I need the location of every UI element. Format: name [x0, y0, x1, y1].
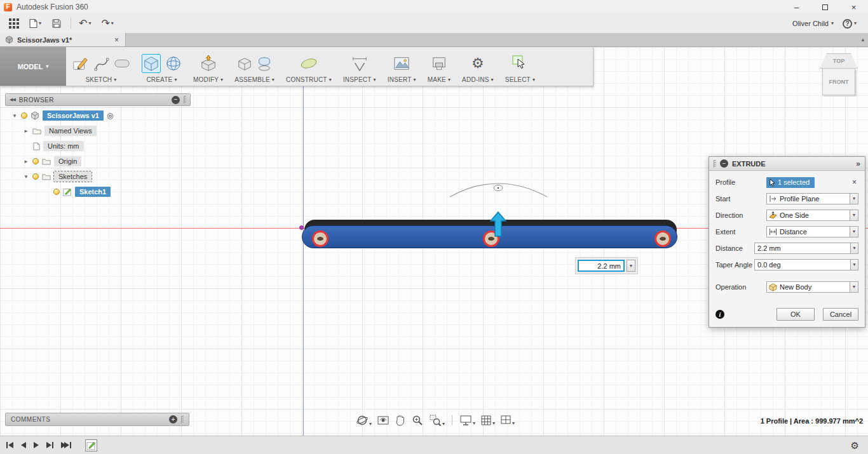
dialog-collapse-button[interactable]: −: [720, 159, 728, 168]
view-cube[interactable]: TOP FRONT: [818, 53, 859, 95]
ribbon-tab-modify[interactable]: MODIFY▾: [193, 76, 223, 83]
distance-input-caret[interactable]: ▾: [850, 243, 858, 254]
comments-bar[interactable]: COMMENTS +: [5, 413, 189, 426]
sketch-spline-button[interactable]: [94, 55, 109, 72]
direction-dropdown[interactable]: One Side ▾: [766, 210, 858, 221]
named-views-expander-icon[interactable]: ▸: [23, 128, 29, 134]
timeline-settings-gear-icon[interactable]: ⚙: [851, 441, 859, 450]
root-item-label[interactable]: ScissorJaws v1: [43, 110, 104, 121]
ok-button[interactable]: OK: [776, 308, 815, 321]
sketches-label[interactable]: Sketches: [54, 171, 92, 182]
origin-label[interactable]: Origin: [54, 156, 81, 166]
app-grid-button[interactable]: [6, 17, 22, 30]
press-pull-button[interactable]: [200, 54, 217, 73]
joint-button[interactable]: [257, 55, 272, 72]
units-label[interactable]: Units: mm: [43, 141, 84, 151]
extent-dropdown[interactable]: Distance ▾: [766, 226, 858, 237]
insert-image-button[interactable]: [393, 56, 410, 71]
ribbon-tab-make[interactable]: MAKE▾: [428, 76, 451, 83]
tree-row-sketch1[interactable]: Sketch1: [5, 184, 191, 199]
viewcube-front-face[interactable]: FRONT: [822, 69, 855, 95]
tab-scroll-up-button[interactable]: ▲: [858, 33, 868, 46]
sketch1-visibility-bulb[interactable]: [53, 189, 60, 195]
root-visibility-bulb[interactable]: [21, 112, 27, 119]
profile-selection-chip[interactable]: 1 selected: [766, 177, 815, 188]
comments-drag-grip[interactable]: [181, 416, 184, 424]
named-views-label[interactable]: Named Views: [44, 126, 97, 136]
extrude-dialog-header[interactable]: − EXTRUDE »: [709, 157, 865, 171]
viewport-layout-button[interactable]: ▾: [499, 414, 516, 427]
ribbon-tab-inspect[interactable]: INSPECT▾: [343, 76, 376, 83]
file-menu-button[interactable]: ▾: [27, 17, 44, 30]
start-dropdown[interactable]: Profile Plane ▾: [766, 193, 858, 204]
profile-clear-icon[interactable]: ×: [850, 178, 858, 187]
timeline-play-button[interactable]: [34, 442, 39, 448]
redo-button[interactable]: ↷ ▾: [98, 17, 116, 30]
undo-button[interactable]: ↶ ▾: [76, 17, 93, 30]
minimize-button[interactable]: –: [782, 0, 811, 14]
addins-button[interactable]: ⚙: [471, 57, 484, 70]
ribbon-tab-addins[interactable]: ADD-INS▾: [462, 76, 494, 83]
orbit-button[interactable]: ▾: [355, 413, 373, 427]
maximize-button[interactable]: [811, 0, 839, 14]
select-button[interactable]: [512, 55, 528, 72]
comments-expand-button[interactable]: +: [169, 415, 177, 424]
distance-manipulator-caret[interactable]: ▾: [627, 260, 635, 272]
distance-manipulator-input[interactable]: [578, 260, 625, 272]
tree-row-units[interactable]: Units: mm: [5, 138, 191, 154]
extrude-button-active[interactable]: [142, 54, 161, 73]
tree-row-origin[interactable]: ▸ Origin: [5, 154, 191, 169]
browser-collapse-icon[interactable]: ◀◀: [10, 97, 15, 102]
help-menu-button[interactable]: ? ▾: [843, 19, 857, 29]
viewport-canvas[interactable]: ▾ TOP FRONT ◀◀ BROWSER − ▾ Sci: [0, 47, 868, 436]
timeline-end-button[interactable]: [61, 442, 71, 448]
user-account-menu[interactable]: Oliver Child ▾: [792, 20, 834, 27]
dialog-drag-grip[interactable]: [714, 160, 716, 168]
browser-minimize-button[interactable]: −: [172, 96, 180, 104]
display-settings-button[interactable]: ▾: [458, 414, 477, 427]
create-sketch-button[interactable]: [72, 55, 90, 72]
activate-component-icon[interactable]: ◎: [107, 111, 113, 120]
origin-expander-icon[interactable]: ▸: [23, 158, 29, 164]
distance-input[interactable]: [754, 243, 850, 254]
construction-plane-button[interactable]: [299, 55, 318, 72]
zoom-window-button[interactable]: ▾: [428, 413, 446, 427]
sketch1-label[interactable]: Sketch1: [75, 187, 111, 197]
pan-button[interactable]: [393, 413, 407, 427]
dialog-dock-icon[interactable]: »: [856, 159, 860, 168]
tree-row-named-views[interactable]: ▸ Named Views: [5, 123, 191, 138]
ribbon-tab-assemble[interactable]: ASSEMBLE▾: [234, 76, 275, 83]
look-at-button[interactable]: [376, 413, 391, 427]
measure-button[interactable]: [351, 55, 368, 72]
sketch-slot-button[interactable]: [114, 55, 130, 72]
close-button[interactable]: ×: [839, 0, 868, 14]
sketches-visibility-bulb[interactable]: [32, 173, 39, 180]
browser-panel-header[interactable]: ◀◀ BROWSER −: [5, 93, 191, 106]
ribbon-tab-create[interactable]: CREATE▾: [146, 76, 177, 83]
workspace-selector[interactable]: MODEL ▾: [0, 47, 66, 86]
extrude-drag-arrow[interactable]: [489, 211, 507, 237]
ribbon-tab-construct[interactable]: CONSTRUCT▾: [286, 76, 332, 83]
timeline-start-button[interactable]: [6, 442, 13, 448]
zoom-button[interactable]: [410, 413, 425, 427]
timeline-back-button[interactable]: [21, 442, 26, 448]
ribbon-tab-sketch[interactable]: SKETCH▾: [86, 76, 117, 83]
taper-input-caret[interactable]: ▾: [850, 259, 858, 270]
sketches-expander-icon[interactable]: ▾: [23, 173, 29, 180]
ribbon-tab-insert[interactable]: INSERT▾: [388, 76, 416, 83]
operation-dropdown[interactable]: New Body ▾: [766, 281, 858, 293]
tree-row-root[interactable]: ▾ ScissorJaws v1 ◎: [5, 108, 191, 123]
create-sphere-button[interactable]: [165, 55, 182, 72]
viewcube-top-face[interactable]: TOP: [820, 53, 858, 69]
cancel-button[interactable]: Cancel: [823, 308, 858, 321]
taper-angle-input[interactable]: [754, 259, 850, 270]
timeline-forward-button[interactable]: [46, 442, 53, 448]
tree-row-sketches[interactable]: ▾ Sketches: [5, 169, 191, 184]
grid-snap-button[interactable]: ▾: [479, 414, 496, 427]
origin-visibility-bulb[interactable]: [32, 158, 39, 164]
root-expander-icon[interactable]: ▾: [11, 112, 18, 119]
ribbon-tab-select[interactable]: SELECT▾: [505, 76, 535, 83]
document-tab-close-icon[interactable]: ×: [113, 36, 120, 44]
save-button[interactable]: [49, 17, 64, 30]
browser-drag-grip[interactable]: [184, 96, 186, 103]
